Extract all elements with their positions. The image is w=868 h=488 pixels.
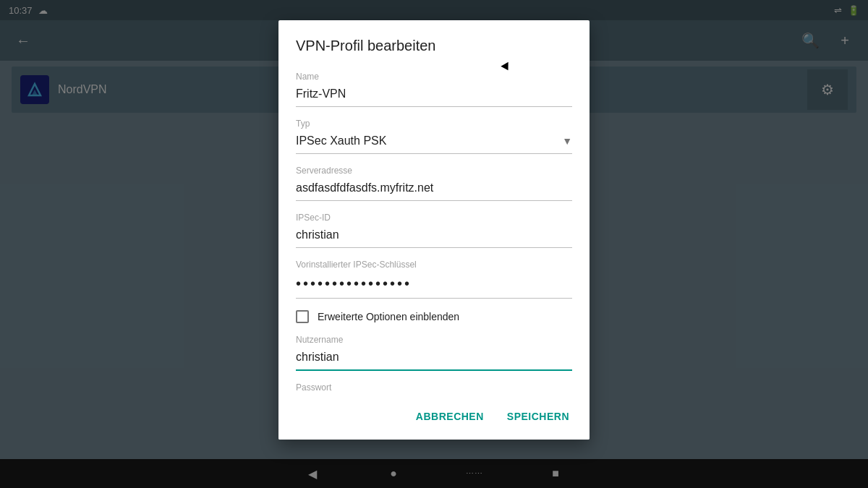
ipsec-id-label: IPSec-ID (296, 213, 572, 223)
type-field: Typ IPSec Xauth PSK ▼ (296, 119, 572, 154)
advanced-options-checkbox[interactable] (296, 310, 309, 323)
checkbox-row: Erweiterte Optionen einblenden (296, 310, 572, 323)
preinstalled-key-input[interactable] (296, 273, 572, 299)
password-label: Passwort (296, 382, 572, 393)
username-label: Nutzername (296, 335, 572, 345)
preinstalled-key-label: Vorinstallierter IPSec-Schlüssel (296, 260, 572, 270)
server-label: Serveradresse (296, 166, 572, 176)
dropdown-arrow-icon: ▼ (562, 135, 572, 147)
name-input[interactable] (296, 85, 572, 107)
server-field: Serveradresse (296, 166, 572, 201)
type-value: IPSec Xauth PSK (296, 134, 386, 147)
dialog-overlay: VPN-Profil bearbeiten Name Typ IPSec Xau… (0, 0, 868, 488)
name-field: Name (296, 72, 572, 107)
dialog-content: VPN-Profil bearbeiten Name Typ IPSec Xau… (278, 20, 590, 399)
type-dropdown[interactable]: IPSec Xauth PSK ▼ (296, 132, 572, 154)
preinstalled-key-field: Vorinstallierter IPSec-Schlüssel (296, 260, 572, 299)
dialog: VPN-Profil bearbeiten Name Typ IPSec Xau… (278, 20, 590, 440)
dialog-actions: ABBRECHEN SPEICHERN (278, 399, 590, 440)
server-input[interactable] (296, 179, 572, 201)
save-button[interactable]: SPEICHERN (498, 405, 578, 428)
password-field: Passwort (296, 382, 572, 399)
ipsec-id-input[interactable] (296, 226, 572, 248)
cancel-button[interactable]: ABBRECHEN (407, 405, 493, 428)
checkbox-label: Erweiterte Optionen einblenden (318, 311, 459, 322)
username-field: Nutzername (296, 335, 572, 371)
ipsec-id-field: IPSec-ID (296, 213, 572, 248)
dialog-title: VPN-Profil bearbeiten (296, 38, 572, 54)
type-label: Typ (296, 119, 572, 129)
username-input[interactable] (296, 348, 572, 371)
name-label: Name (296, 72, 572, 82)
